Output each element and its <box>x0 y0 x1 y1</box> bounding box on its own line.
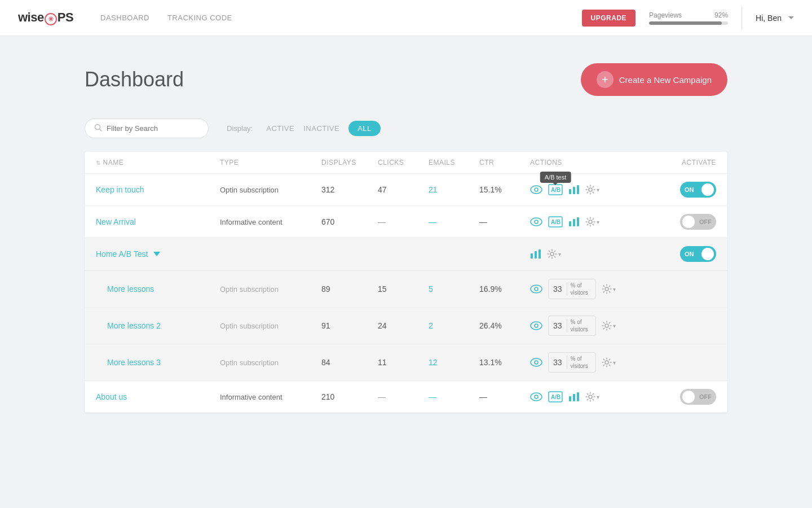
visitor-label: % of visitors <box>567 353 595 372</box>
toggle-on[interactable]: ON <box>680 182 716 198</box>
create-campaign-button[interactable]: + Create a New Campaign <box>581 63 727 96</box>
eye-icon[interactable] <box>530 284 542 294</box>
gear-button[interactable]: ▾ <box>547 249 561 259</box>
eye-icon[interactable] <box>530 392 542 401</box>
sort-icon: ⇅ <box>96 160 101 166</box>
toggle-cell: OFF <box>648 389 716 405</box>
logo-icon <box>45 13 57 25</box>
actions-cell: 33 % of visitors ▾ <box>530 279 648 299</box>
visitor-label: % of visitors <box>567 279 595 299</box>
campaign-clicks: 15 <box>378 284 429 294</box>
eye-icon[interactable] <box>530 217 542 226</box>
table-row: About us Informative content 210 — — — A… <box>85 381 727 413</box>
toggle-label: OFF <box>699 393 712 400</box>
campaign-displays: 312 <box>321 185 378 194</box>
campaign-clicks: — <box>378 217 429 226</box>
toggle-knob <box>682 216 695 228</box>
campaign-type: Optin subscription <box>220 322 321 330</box>
campaign-ctr: 16.9% <box>479 284 530 294</box>
main-content: Dashboard + Create a New Campaign Displa… <box>39 36 773 435</box>
search-box[interactable] <box>85 119 209 138</box>
campaign-displays: 210 <box>321 392 378 401</box>
nav-dashboard[interactable]: DASHBOARD <box>100 14 149 22</box>
eye-icon[interactable] <box>530 358 542 367</box>
tab-all[interactable]: ALL <box>348 121 381 136</box>
campaign-type: Informative content <box>220 218 321 226</box>
svg-point-31 <box>531 393 542 401</box>
nav-tracking-code[interactable]: TRACKING CODE <box>167 14 232 22</box>
toggle-label: ON <box>685 186 694 193</box>
ab-expand-chevron[interactable] <box>153 252 160 256</box>
campaign-type: Optin subscription <box>220 285 321 294</box>
filter-tabs: ACTIVE INACTIVE ALL <box>266 121 381 136</box>
visitor-num: 33 <box>549 282 567 296</box>
campaign-name-home-ab[interactable]: Home A/B Test <box>96 249 148 259</box>
svg-rect-15 <box>573 219 575 226</box>
campaign-name-more-lessons-3[interactable]: More lessons 3 <box>96 358 220 367</box>
toggle-off[interactable]: OFF <box>680 214 716 230</box>
eye-icon[interactable] <box>530 185 542 194</box>
gear-dropdown-arrow: ▾ <box>613 360 616 366</box>
col-activate: Activate <box>648 159 716 167</box>
eye-icon[interactable] <box>530 321 542 330</box>
campaign-type: Optin subscription <box>220 358 321 367</box>
svg-point-17 <box>589 220 592 224</box>
chart-icon[interactable] <box>530 249 541 259</box>
svg-point-2 <box>531 186 542 194</box>
svg-point-32 <box>535 395 538 398</box>
gear-button[interactable]: ▾ <box>602 284 616 294</box>
campaign-displays: 91 <box>321 321 378 330</box>
actions-cell: A/B ▾ <box>530 216 648 227</box>
logo-wise: wise <box>18 10 44 24</box>
campaign-name-keep-in-touch[interactable]: Keep in touch <box>96 185 220 194</box>
actions-cell: 33 % of visitors ▾ <box>530 316 648 336</box>
campaign-name-more-lessons[interactable]: More lessons <box>96 284 220 294</box>
col-emails: Emails <box>429 159 479 167</box>
col-displays: Displays <box>321 159 378 167</box>
svg-rect-14 <box>569 221 571 226</box>
svg-point-27 <box>605 324 608 327</box>
table-row: More lessons 3 Optin subscription 84 11 … <box>85 344 727 381</box>
campaign-name-new-arrival[interactable]: New Arrival <box>96 217 220 226</box>
upgrade-button[interactable]: UPGRADE <box>582 10 636 27</box>
campaign-emails: — <box>429 392 479 401</box>
user-menu[interactable]: Hi, Ben <box>756 14 794 23</box>
campaign-emails: 21 <box>429 185 479 194</box>
ab-icon[interactable]: A/B <box>548 216 563 227</box>
campaign-ctr: — <box>479 392 530 401</box>
header-divider <box>742 7 742 29</box>
tab-active[interactable]: ACTIVE <box>266 124 294 133</box>
table-header: ⇅ Name Type Displays Clicks Emails CTR A… <box>85 152 727 174</box>
col-name: ⇅ Name <box>96 159 220 167</box>
gear-button[interactable]: ▾ <box>585 217 599 227</box>
gear-button[interactable]: ▾ <box>585 392 599 402</box>
ab-icon[interactable]: A/B <box>548 391 563 402</box>
chart-icon[interactable] <box>568 217 580 227</box>
chart-icon[interactable] <box>568 392 580 402</box>
campaign-clicks: — <box>378 392 429 401</box>
pageviews-pct: 92% <box>714 11 728 19</box>
col-clicks: Clicks <box>378 159 429 167</box>
campaign-clicks: 24 <box>378 321 429 330</box>
campaign-name-about-us[interactable]: About us <box>96 392 220 401</box>
svg-point-3 <box>535 188 538 191</box>
toggle-on[interactable]: ON <box>680 246 716 262</box>
tab-inactive[interactable]: INACTIVE <box>303 124 339 133</box>
search-input[interactable] <box>107 124 199 133</box>
svg-point-10 <box>531 218 542 226</box>
campaign-type: Optin subscription <box>220 186 321 194</box>
toggle-off[interactable]: OFF <box>680 389 716 405</box>
toggle-label: OFF <box>699 218 712 225</box>
gear-button[interactable]: ▾ <box>602 321 616 331</box>
ab-test-button[interactable]: A/B A/B test <box>548 184 563 195</box>
campaign-name-more-lessons-2[interactable]: More lessons 2 <box>96 321 220 330</box>
svg-point-29 <box>535 361 538 364</box>
chart-icon[interactable] <box>568 185 580 195</box>
svg-rect-16 <box>577 217 579 226</box>
svg-rect-8 <box>577 185 579 194</box>
gear-button[interactable]: ▾ <box>585 185 599 195</box>
svg-point-9 <box>589 188 592 191</box>
header-right: UPGRADE Pageviews 92% Hi, Ben <box>582 7 794 29</box>
gear-button[interactable]: ▾ <box>602 357 616 367</box>
pageviews-widget: Pageviews 92% <box>649 11 728 25</box>
